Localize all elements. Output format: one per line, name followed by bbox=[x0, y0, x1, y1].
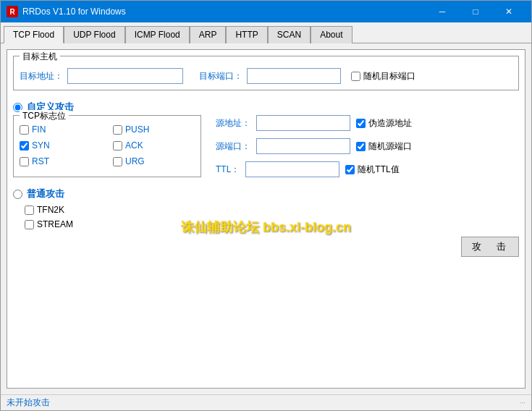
random-port-checkbox[interactable] bbox=[351, 72, 360, 81]
random-port-checkbox-label[interactable]: 随机目标端口 bbox=[351, 70, 415, 82]
flag-syn-checkbox[interactable] bbox=[20, 141, 29, 151]
title-bar: R RRDos V1.10 for Windows ─ □ ✕ bbox=[1, 1, 531, 22]
flag-ack-text: ACK bbox=[125, 140, 143, 151]
main-window: R RRDos V1.10 for Windows ─ □ ✕ TCP Floo… bbox=[0, 0, 532, 411]
tab-http[interactable]: HTTP bbox=[226, 26, 267, 43]
flag-ack-checkbox[interactable] bbox=[113, 141, 122, 151]
stream-text: STREAM bbox=[37, 219, 73, 229]
random-src-port-label[interactable]: 随机源端口 bbox=[356, 140, 412, 153]
flag-rst-text: RST bbox=[32, 156, 49, 166]
random-src-port-checkbox[interactable] bbox=[356, 142, 366, 151]
flag-fin-checkbox[interactable] bbox=[20, 125, 29, 135]
tab-bar: TCP Flood UDP Flood ICMP Flood ARP HTTP … bbox=[1, 22, 531, 43]
tfn2k-text: TFN2K bbox=[37, 205, 64, 215]
flag-syn-label[interactable]: SYN bbox=[20, 140, 101, 151]
tfn2k-label[interactable]: TFN2K bbox=[25, 205, 519, 215]
bottom-bar: 攻 击 bbox=[13, 234, 519, 258]
fake-src-label[interactable]: 伪造源地址 bbox=[356, 117, 412, 130]
tab-icmp-flood[interactable]: ICMP Flood bbox=[125, 26, 190, 43]
flag-push-checkbox[interactable] bbox=[113, 125, 122, 135]
flags-legend: TCP标志位 bbox=[20, 110, 69, 122]
ttl-row: TTL： 随机TTL值 bbox=[216, 161, 519, 177]
window-controls: ─ □ ✕ bbox=[426, 1, 525, 22]
src-port-row: 源端口： 随机源端口 bbox=[216, 138, 519, 154]
window-title: RRDos V1.10 for Windows bbox=[22, 7, 426, 17]
target-port-input[interactable] bbox=[247, 68, 341, 84]
flags-grid: FIN PUSH SYN bbox=[20, 124, 195, 166]
minimize-button[interactable]: ─ bbox=[426, 1, 459, 22]
flag-push-label[interactable]: PUSH bbox=[113, 124, 195, 135]
target-port-label: 目标端口： bbox=[199, 70, 242, 82]
stream-checkbox[interactable] bbox=[25, 220, 34, 229]
tab-tcp-flood[interactable]: TCP Flood bbox=[4, 26, 64, 43]
tab-about[interactable]: About bbox=[311, 26, 352, 43]
fake-src-checkbox[interactable] bbox=[356, 119, 366, 128]
normal-attack-radio-row: 普通攻击 bbox=[13, 185, 519, 202]
status-bar: 未开始攻击 ··· bbox=[1, 394, 531, 410]
target-addr-input[interactable] bbox=[67, 68, 183, 84]
flag-push-text: PUSH bbox=[125, 124, 149, 135]
random-src-port-text: 随机源端口 bbox=[368, 140, 412, 153]
random-port-label: 随机目标端口 bbox=[363, 70, 415, 82]
flag-fin-label[interactable]: FIN bbox=[20, 124, 101, 135]
flag-ack-label[interactable]: ACK bbox=[113, 140, 195, 151]
tab-arp[interactable]: ARP bbox=[190, 26, 227, 43]
random-ttl-checkbox[interactable] bbox=[345, 165, 355, 174]
main-area: 目标主机 目标地址： 目标端口： 随机目标端口 bbox=[1, 43, 531, 410]
stream-label[interactable]: STREAM bbox=[25, 219, 519, 229]
custom-attack-radio-row: 自定义攻击 bbox=[13, 98, 519, 115]
status-text: 未开始攻击 bbox=[7, 397, 50, 409]
tab-udp-flood[interactable]: UDP Flood bbox=[64, 26, 124, 43]
src-addr-label: 源地址： bbox=[216, 117, 250, 130]
flag-syn-text: SYN bbox=[32, 140, 50, 151]
normal-attack-inner: TFN2K STREAM bbox=[13, 205, 519, 229]
src-addr-input[interactable] bbox=[256, 115, 350, 131]
custom-attack-inner: TCP标志位 FIN PUSH bbox=[13, 115, 519, 177]
maximize-button[interactable]: □ bbox=[459, 1, 492, 22]
random-ttl-text: 随机TTL值 bbox=[358, 164, 399, 176]
target-section: 目标主机 目标地址： 目标端口： 随机目标端口 bbox=[13, 56, 519, 90]
custom-attack-section: 自定义攻击 TCP标志位 FIN bbox=[13, 98, 519, 177]
src-port-label: 源端口： bbox=[216, 140, 250, 153]
status-grip: ··· bbox=[520, 399, 525, 407]
flags-box: TCP标志位 FIN PUSH bbox=[13, 115, 201, 177]
fake-src-text: 伪造源地址 bbox=[368, 117, 412, 130]
ttl-input[interactable] bbox=[245, 161, 339, 177]
flag-urg-label[interactable]: URG bbox=[113, 156, 195, 166]
flag-rst-label[interactable]: RST bbox=[20, 156, 101, 166]
normal-attack-section: 普通攻击 TFN2K STREAM bbox=[13, 185, 519, 229]
flag-fin-text: FIN bbox=[32, 124, 46, 135]
tab-scan[interactable]: SCAN bbox=[268, 26, 311, 43]
main-panel: 目标主机 目标地址： 目标端口： 随机目标端口 bbox=[7, 49, 525, 389]
right-options: 源地址： 伪造源地址 源端口： bbox=[207, 115, 519, 177]
tfn2k-checkbox[interactable] bbox=[25, 206, 34, 215]
ttl-label: TTL： bbox=[216, 164, 240, 176]
flag-urg-text: URG bbox=[125, 156, 145, 166]
target-legend: 目标主机 bbox=[20, 51, 60, 63]
content-area: 目标主机 目标地址： 目标端口： 随机目标端口 bbox=[1, 43, 531, 394]
normal-attack-label: 普通攻击 bbox=[27, 187, 64, 200]
normal-attack-radio[interactable] bbox=[13, 190, 22, 199]
attack-button[interactable]: 攻 击 bbox=[461, 237, 519, 257]
flag-rst-checkbox[interactable] bbox=[20, 157, 29, 166]
target-addr-label: 目标地址： bbox=[20, 70, 63, 82]
close-button[interactable]: ✕ bbox=[492, 1, 525, 22]
icon-letter: R bbox=[9, 8, 14, 16]
random-ttl-label[interactable]: 随机TTL值 bbox=[345, 164, 399, 176]
app-icon: R bbox=[7, 6, 18, 17]
src-port-input[interactable] bbox=[256, 138, 350, 154]
flag-urg-checkbox[interactable] bbox=[113, 157, 122, 166]
src-addr-row: 源地址： 伪造源地址 bbox=[216, 115, 519, 131]
